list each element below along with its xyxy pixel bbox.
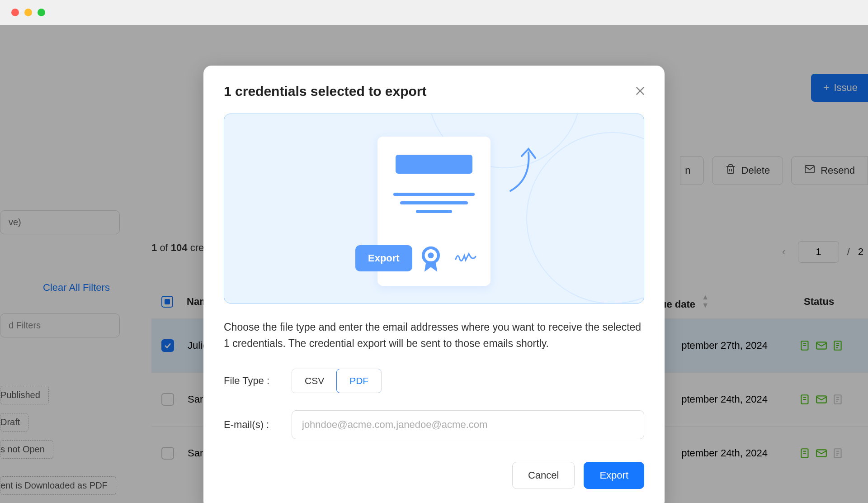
file-type-label: File Type :	[224, 375, 280, 387]
file-type-toggle: CSV PDF	[292, 369, 382, 393]
modal-description: Choose the file type and enter the email…	[224, 319, 644, 351]
file-type-pdf[interactable]: PDF	[336, 369, 382, 393]
export-button[interactable]: Export	[584, 462, 644, 489]
window-minimize-icon[interactable]	[24, 9, 32, 16]
email-label: E-mail(s) :	[224, 419, 280, 431]
close-icon[interactable]	[634, 85, 646, 99]
email-input[interactable]	[292, 410, 644, 439]
export-modal: 1 credentials selected to export Export …	[203, 66, 665, 503]
email-row: E-mail(s) :	[224, 410, 644, 439]
modal-hero-illustration: Export	[224, 114, 644, 304]
arrow-icon	[504, 143, 540, 195]
file-type-csv[interactable]: CSV	[292, 369, 337, 393]
modal-title: 1 credentials selected to export	[224, 84, 644, 99]
hero-export-badge: Export	[355, 245, 412, 271]
cancel-button[interactable]: Cancel	[512, 462, 575, 489]
window-zoom-icon[interactable]	[38, 9, 45, 16]
window-titlebar	[0, 0, 868, 25]
file-type-row: File Type : CSV PDF	[224, 369, 644, 393]
ribbon-icon	[419, 246, 443, 276]
svg-point-13	[428, 252, 434, 258]
window-close-icon[interactable]	[11, 9, 19, 16]
signature-icon	[454, 250, 477, 266]
modal-actions: Cancel Export	[224, 462, 644, 489]
